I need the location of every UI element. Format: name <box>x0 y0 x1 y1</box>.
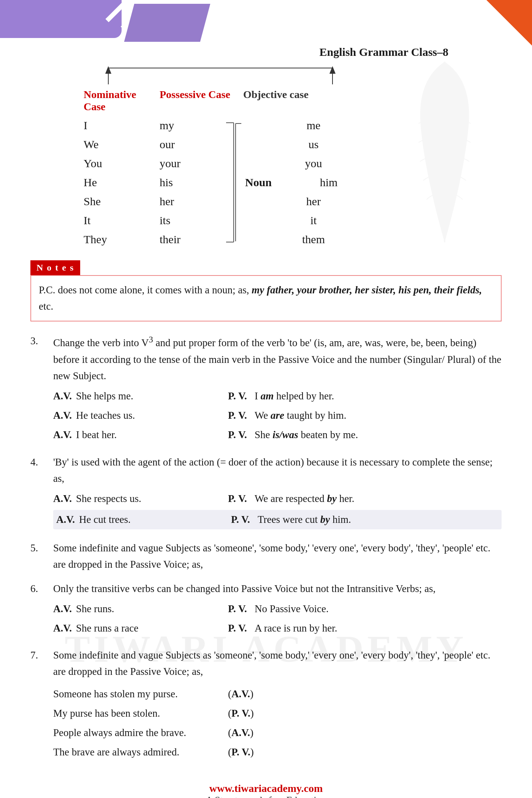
item-3-row-2: A.V. He teaches us. P. V. We are taught … <box>53 407 502 424</box>
pv-text-6-2: A race is run by her. <box>255 620 502 636</box>
footer-tagline: A Step towards free Education <box>30 795 502 798</box>
item-3-superscript: 3 <box>149 335 153 344</box>
item-5-number: 5. <box>30 540 53 573</box>
pv-label-4-1: P. V. <box>228 491 255 507</box>
pv-text-1: I am helped by her. <box>255 388 502 404</box>
item-7-pair-4: The brave are always admired. (P. V.) <box>53 744 502 760</box>
item-6-av-pv: A.V. She runs. P. V. No Passive Voice. A… <box>53 601 502 636</box>
poss-her: her <box>160 195 243 208</box>
av-text-6-2: She runs a race <box>76 620 228 636</box>
footer-website: www.tiwariacademy.com <box>30 782 502 795</box>
possessive-header: Possessive Case <box>160 89 243 113</box>
pv-label-2: P. V. <box>228 407 255 424</box>
item-7-pair-3: People always admire the brave. (A.V.) <box>53 725 502 741</box>
label-1: (A.V.) <box>228 686 253 702</box>
item-4-row-1: A.V. She respects us. P. V. We are respe… <box>53 491 502 507</box>
av-text-2: He teaches us. <box>76 407 228 424</box>
av-text-4-1: She respects us. <box>76 491 228 507</box>
item-6: 6. Only the transitive verbs can be chan… <box>30 581 502 640</box>
notes-section: N o t e s P.C. does not come alone, it c… <box>30 260 502 321</box>
sentence-3: People always admire the brave. <box>53 725 228 741</box>
item-3: 3. Change the verb into V3 and put prope… <box>30 333 502 446</box>
pv-label-1: P. V. <box>228 388 255 404</box>
nom-they: They <box>84 233 160 246</box>
pv-text-3: She is/was beaten by me. <box>255 427 502 443</box>
obj-her: her <box>266 195 361 208</box>
av-text-1: She helps me. <box>76 388 228 404</box>
poss-its: its <box>160 214 243 227</box>
av-text-4-2: He cut trees. <box>79 511 231 528</box>
av-label-6-1: A.V. <box>53 601 76 617</box>
notes-text-normal: P.C. does not come alone, it comes with … <box>39 284 252 296</box>
nom-we: We <box>84 138 160 151</box>
item-4: 4. 'By' is used with the agent of the ac… <box>30 454 502 533</box>
av-text-3: I beat her. <box>76 427 228 443</box>
item-6-row-1: A.V. She runs. P. V. No Passive Voice. <box>53 601 502 617</box>
pv-text-4-2: Trees were cut by him. <box>258 511 499 528</box>
item-6-text: Only the transitive verbs can be changed… <box>53 583 435 594</box>
nom-you: You <box>84 157 160 170</box>
sentence-1: Someone has stolen my purse. <box>53 686 228 702</box>
nom-he: He <box>84 176 160 189</box>
item-5-content: Some indefinite and vague Subjects as 's… <box>53 540 502 573</box>
item-4-av-pv: A.V. She respects us. P. V. We are respe… <box>53 491 502 529</box>
item-4-text: 'By' is used with the agent of the actio… <box>53 456 492 484</box>
nom-it: It <box>84 214 160 227</box>
bracket-svg <box>97 66 363 85</box>
notes-text-italic: my father, your brother, her sister, his… <box>252 284 482 296</box>
poss-their: their <box>160 233 243 246</box>
column-headers: Nominative Case Possessive Case Objectiv… <box>84 89 502 113</box>
item-5-text: Some indefinite and vague Subjects as 's… <box>53 542 491 570</box>
item-7-pair-2: My purse has been stolen. (P. V.) <box>53 705 502 722</box>
item-6-number: 6. <box>30 581 53 640</box>
label-3: (A.V.) <box>228 725 253 741</box>
av-label-1: A.V. <box>53 388 76 404</box>
item-7-text: Some indefinite and vague Subjects as 's… <box>53 649 491 677</box>
obj-them: them <box>266 233 361 246</box>
av-text-6-1: She runs. <box>76 601 228 617</box>
item-7-number: 7. <box>30 647 53 763</box>
obj-it: it <box>266 214 361 227</box>
pv-label-4-2: P. V. <box>231 511 258 528</box>
nom-she: She <box>84 195 160 208</box>
label-4: (P. V.) <box>228 744 254 760</box>
noun-label: Noun <box>243 176 274 189</box>
nom-i: I <box>84 119 160 132</box>
pv-text-4-1: We are respected by her. <box>255 491 502 507</box>
nominative-header: Nominative Case <box>84 89 160 113</box>
item-6-content: Only the transitive verbs can be changed… <box>53 581 502 640</box>
item-4-number: 4. <box>30 454 53 533</box>
objective-header: Objective case <box>243 89 338 113</box>
av-label-2: A.V. <box>53 407 76 424</box>
item-7-content: Some indefinite and vague Subjects as 's… <box>53 647 502 763</box>
possessive-bracket-svg <box>226 118 340 175</box>
sentence-4: The brave are always admired. <box>53 744 228 760</box>
pronoun-row-she: She her her <box>84 192 502 211</box>
av-label-3: A.V. <box>53 427 76 443</box>
pronoun-section: Nominative Case Possessive Case Objectiv… <box>30 66 502 249</box>
pronoun-row-it: It its it <box>84 211 502 230</box>
item-4-row-2: A.V. He cut trees. P. V. Trees were cut … <box>53 510 502 529</box>
pv-label-6-1: P. V. <box>228 601 255 617</box>
item-7-extra-pairs: Someone has stolen my purse. (A.V.) My p… <box>53 686 502 761</box>
notes-text-end: etc. <box>39 301 53 312</box>
pronoun-row-he: He his Noun him <box>84 173 502 192</box>
item-3-text-before: Change the verb into V <box>53 337 149 348</box>
item-5: 5. Some indefinite and vague Subjects as… <box>30 540 502 573</box>
poss-his: his <box>160 176 243 189</box>
header-title: English Grammar Class–8 <box>30 11 502 59</box>
item-3-number: 3. <box>30 333 53 446</box>
item-3-row-1: A.V. She helps me. P. V. I am helped by … <box>53 388 502 404</box>
label-2: (P. V.) <box>228 705 254 722</box>
pv-label-3: P. V. <box>228 427 255 443</box>
notes-badge: N o t e s <box>30 260 80 275</box>
numbered-section: 3. Change the verb into V3 and put prope… <box>30 333 502 763</box>
sentence-2: My purse has been stolen. <box>53 705 228 722</box>
pronoun-table: I my me We our us You your you <box>84 116 502 249</box>
item-3-content: Change the verb into V3 and put proper f… <box>53 333 502 446</box>
item-6-row-2: A.V. She runs a race P. V. A race is run… <box>53 620 502 636</box>
av-label-6-2: A.V. <box>53 620 76 636</box>
obj-him: him <box>281 176 376 189</box>
svg-marker-0 <box>105 66 111 74</box>
item-7-pair-1: Someone has stolen my purse. (A.V.) <box>53 686 502 702</box>
